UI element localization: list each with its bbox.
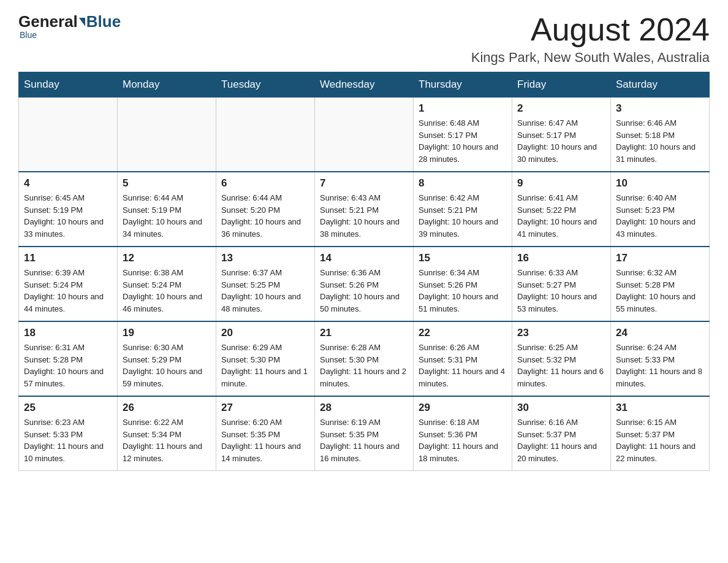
calendar-cell: 29Sunrise: 6:18 AM Sunset: 5:36 PM Dayli…: [414, 396, 512, 471]
day-info: Sunrise: 6:39 AM Sunset: 5:24 PM Dayligh…: [24, 267, 112, 315]
calendar-cell: 5Sunrise: 6:44 AM Sunset: 5:19 PM Daylig…: [118, 172, 216, 247]
day-info: Sunrise: 6:18 AM Sunset: 5:36 PM Dayligh…: [419, 416, 507, 464]
day-info: Sunrise: 6:37 AM Sunset: 5:25 PM Dayligh…: [221, 267, 309, 315]
day-info: Sunrise: 6:36 AM Sunset: 5:26 PM Dayligh…: [320, 267, 408, 315]
day-number: 19: [123, 327, 211, 339]
calendar-cell: 11Sunrise: 6:39 AM Sunset: 5:24 PM Dayli…: [19, 247, 118, 321]
calendar-cell: 25Sunrise: 6:23 AM Sunset: 5:33 PM Dayli…: [19, 396, 118, 471]
day-number: 30: [517, 402, 605, 414]
calendar-table: SundayMondayTuesdayWednesdayThursdayFrid…: [18, 72, 710, 471]
day-number: 27: [221, 402, 309, 414]
calendar-cell: 30Sunrise: 6:16 AM Sunset: 5:37 PM Dayli…: [512, 396, 611, 471]
day-number: 8: [419, 177, 507, 190]
calendar-cell: 21Sunrise: 6:28 AM Sunset: 5:30 PM Dayli…: [315, 321, 414, 396]
day-info: Sunrise: 6:48 AM Sunset: 5:17 PM Dayligh…: [419, 117, 507, 165]
logo-blue-text: Blue: [86, 12, 121, 31]
calendar-cell: 17Sunrise: 6:32 AM Sunset: 5:28 PM Dayli…: [611, 247, 710, 321]
day-number: 3: [616, 102, 704, 115]
page-header: General Blue Blue August 2024 Kings Park…: [18, 12, 710, 66]
title-area: August 2024 Kings Park, New South Wales,…: [471, 12, 710, 66]
calendar-week-row: 4Sunrise: 6:45 AM Sunset: 5:19 PM Daylig…: [19, 172, 710, 247]
day-info: Sunrise: 6:29 AM Sunset: 5:30 PM Dayligh…: [221, 342, 309, 389]
calendar-cell: 27Sunrise: 6:20 AM Sunset: 5:35 PM Dayli…: [216, 396, 315, 471]
calendar-cell: 12Sunrise: 6:38 AM Sunset: 5:24 PM Dayli…: [118, 247, 216, 321]
calendar-cell: 9Sunrise: 6:41 AM Sunset: 5:22 PM Daylig…: [512, 172, 611, 247]
day-number: 15: [419, 252, 507, 264]
calendar-cell: 13Sunrise: 6:37 AM Sunset: 5:25 PM Dayli…: [216, 247, 315, 321]
calendar-cell: 4Sunrise: 6:45 AM Sunset: 5:19 PM Daylig…: [19, 172, 118, 247]
weekday-header-wednesday: Wednesday: [315, 72, 414, 98]
calendar-cell: 31Sunrise: 6:15 AM Sunset: 5:37 PM Dayli…: [611, 396, 710, 471]
day-number: 12: [123, 252, 211, 264]
day-number: 28: [320, 402, 408, 414]
calendar-week-row: 1Sunrise: 6:48 AM Sunset: 5:17 PM Daylig…: [19, 98, 710, 172]
day-number: 7: [320, 177, 408, 190]
day-info: Sunrise: 6:33 AM Sunset: 5:27 PM Dayligh…: [517, 267, 605, 315]
day-number: 14: [320, 252, 408, 264]
month-title: August 2024: [471, 12, 710, 47]
day-info: Sunrise: 6:23 AM Sunset: 5:33 PM Dayligh…: [24, 416, 112, 464]
day-number: 23: [517, 327, 605, 339]
calendar-cell: 18Sunrise: 6:31 AM Sunset: 5:28 PM Dayli…: [19, 321, 118, 396]
calendar-cell: 16Sunrise: 6:33 AM Sunset: 5:27 PM Dayli…: [512, 247, 611, 321]
day-number: 26: [123, 402, 211, 414]
day-number: 20: [221, 327, 309, 339]
calendar-cell: [216, 98, 315, 172]
day-number: 10: [616, 177, 704, 190]
calendar-cell: 19Sunrise: 6:30 AM Sunset: 5:29 PM Dayli…: [118, 321, 216, 396]
day-info: Sunrise: 6:46 AM Sunset: 5:18 PM Dayligh…: [616, 117, 704, 165]
day-number: 16: [517, 252, 605, 264]
day-info: Sunrise: 6:43 AM Sunset: 5:21 PM Dayligh…: [320, 192, 408, 240]
day-number: 22: [419, 327, 507, 339]
day-info: Sunrise: 6:28 AM Sunset: 5:30 PM Dayligh…: [320, 342, 408, 389]
day-number: 31: [616, 402, 704, 414]
day-number: 13: [221, 252, 309, 264]
day-info: Sunrise: 6:22 AM Sunset: 5:34 PM Dayligh…: [123, 416, 211, 464]
calendar-week-row: 25Sunrise: 6:23 AM Sunset: 5:33 PM Dayli…: [19, 396, 710, 471]
logo-general-text: General: [18, 12, 78, 31]
day-number: 2: [517, 102, 605, 115]
day-info: Sunrise: 6:25 AM Sunset: 5:32 PM Dayligh…: [517, 342, 605, 389]
weekday-header-sunday: Sunday: [19, 72, 118, 98]
day-info: Sunrise: 6:24 AM Sunset: 5:33 PM Dayligh…: [616, 342, 704, 389]
day-number: 18: [24, 327, 112, 339]
calendar-cell: 28Sunrise: 6:19 AM Sunset: 5:35 PM Dayli…: [315, 396, 414, 471]
day-info: Sunrise: 6:34 AM Sunset: 5:26 PM Dayligh…: [419, 267, 507, 315]
day-info: Sunrise: 6:47 AM Sunset: 5:17 PM Dayligh…: [517, 117, 605, 165]
day-info: Sunrise: 6:20 AM Sunset: 5:35 PM Dayligh…: [221, 416, 309, 464]
calendar-cell: 22Sunrise: 6:26 AM Sunset: 5:31 PM Dayli…: [414, 321, 512, 396]
calendar-week-row: 18Sunrise: 6:31 AM Sunset: 5:28 PM Dayli…: [19, 321, 710, 396]
calendar-cell: 8Sunrise: 6:42 AM Sunset: 5:21 PM Daylig…: [414, 172, 512, 247]
day-number: 9: [517, 177, 605, 190]
calendar-cell: 3Sunrise: 6:46 AM Sunset: 5:18 PM Daylig…: [611, 98, 710, 172]
day-info: Sunrise: 6:32 AM Sunset: 5:28 PM Dayligh…: [616, 267, 704, 315]
calendar-cell: 1Sunrise: 6:48 AM Sunset: 5:17 PM Daylig…: [414, 98, 512, 172]
day-number: 6: [221, 177, 309, 190]
weekday-header-saturday: Saturday: [611, 72, 710, 98]
calendar-cell: 2Sunrise: 6:47 AM Sunset: 5:17 PM Daylig…: [512, 98, 611, 172]
calendar-cell: 15Sunrise: 6:34 AM Sunset: 5:26 PM Dayli…: [414, 247, 512, 321]
day-info: Sunrise: 6:31 AM Sunset: 5:28 PM Dayligh…: [24, 342, 112, 389]
weekday-header-thursday: Thursday: [414, 72, 512, 98]
weekday-header-tuesday: Tuesday: [216, 72, 315, 98]
calendar-cell: [315, 98, 414, 172]
day-number: 11: [24, 252, 112, 264]
calendar-cell: 6Sunrise: 6:44 AM Sunset: 5:20 PM Daylig…: [216, 172, 315, 247]
day-number: 24: [616, 327, 704, 339]
calendar-cell: 23Sunrise: 6:25 AM Sunset: 5:32 PM Dayli…: [512, 321, 611, 396]
day-info: Sunrise: 6:40 AM Sunset: 5:23 PM Dayligh…: [616, 192, 704, 240]
day-info: Sunrise: 6:44 AM Sunset: 5:20 PM Dayligh…: [221, 192, 309, 240]
calendar-header-row: SundayMondayTuesdayWednesdayThursdayFrid…: [19, 72, 710, 98]
logo-underline: Blue: [20, 30, 37, 40]
calendar-cell: 7Sunrise: 6:43 AM Sunset: 5:21 PM Daylig…: [315, 172, 414, 247]
calendar-cell: 10Sunrise: 6:40 AM Sunset: 5:23 PM Dayli…: [611, 172, 710, 247]
calendar-cell: 14Sunrise: 6:36 AM Sunset: 5:26 PM Dayli…: [315, 247, 414, 321]
logo: General Blue Blue: [18, 12, 121, 40]
location-title: Kings Park, New South Wales, Australia: [471, 50, 710, 66]
day-number: 4: [24, 177, 112, 190]
weekday-header-monday: Monday: [118, 72, 216, 98]
calendar-cell: [118, 98, 216, 172]
calendar-cell: 20Sunrise: 6:29 AM Sunset: 5:30 PM Dayli…: [216, 321, 315, 396]
day-info: Sunrise: 6:30 AM Sunset: 5:29 PM Dayligh…: [123, 342, 211, 389]
calendar-cell: [19, 98, 118, 172]
